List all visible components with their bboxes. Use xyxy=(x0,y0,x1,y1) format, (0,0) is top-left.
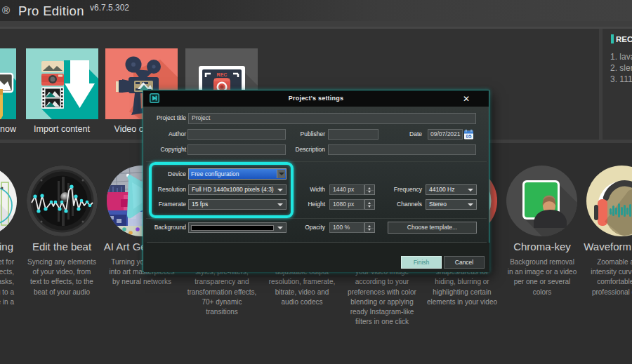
svg-text:REC: REC xyxy=(217,72,228,77)
svg-text:05: 05 xyxy=(466,134,472,139)
